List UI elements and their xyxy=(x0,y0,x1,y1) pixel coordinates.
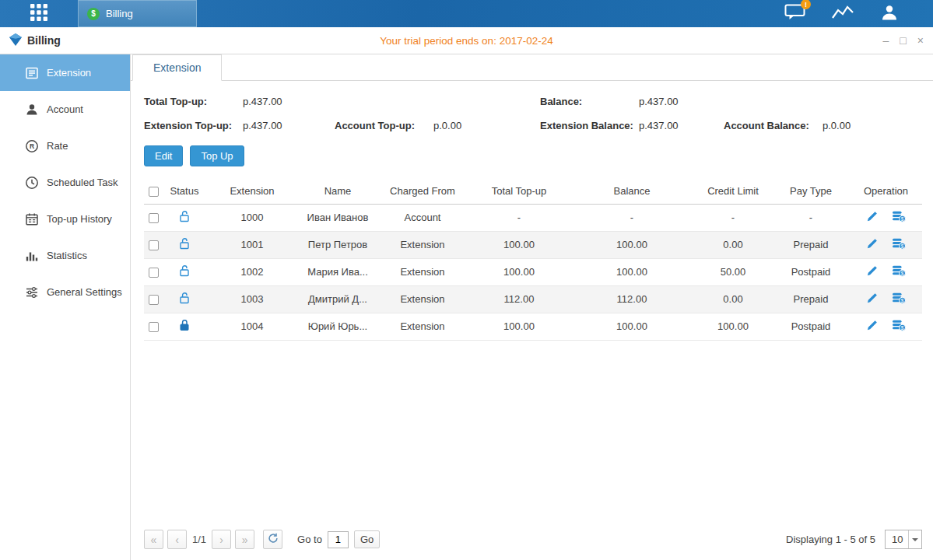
goto-label: Go to xyxy=(297,534,322,545)
row-checkbox[interactable] xyxy=(149,213,159,223)
unlock-icon[interactable] xyxy=(179,292,190,304)
cell-credit-limit: - xyxy=(694,204,772,231)
edit-row-icon[interactable] xyxy=(866,211,878,222)
trial-notice: Your trial period ends on: 2017-02-24 xyxy=(0,35,933,47)
select-all-checkbox[interactable] xyxy=(149,187,159,197)
sidebar-item-extension[interactable]: Extension xyxy=(0,54,130,91)
unlock-icon[interactable] xyxy=(179,264,190,277)
edit-button[interactable]: Edit xyxy=(144,145,183,166)
main-panel: Extension Total Top-up:p.437.00 Balance:… xyxy=(131,54,933,560)
topup-row-icon[interactable]: $ xyxy=(892,292,906,304)
row-checkbox[interactable] xyxy=(149,268,159,278)
unlock-icon[interactable] xyxy=(179,237,190,250)
cell-pay-type: Postpaid xyxy=(772,313,850,340)
line-chart-icon xyxy=(832,5,854,23)
cell-charged-from: Extension xyxy=(377,285,468,313)
action-buttons: Edit Top Up xyxy=(144,145,922,166)
sidebar-item-statistics[interactable]: Statistics xyxy=(0,237,130,274)
row-checkbox[interactable] xyxy=(149,240,159,250)
cell-pay-type: Prepaid xyxy=(772,231,850,258)
sliders-icon xyxy=(25,285,39,299)
edit-row-icon[interactable] xyxy=(866,265,878,277)
account-balance-label: Account Balance: xyxy=(724,120,823,131)
topbar: $ Billing ! xyxy=(0,0,933,27)
refresh-button[interactable] xyxy=(263,530,282,549)
cell-balance: 100.00 xyxy=(570,258,694,285)
tabstrip: Extension xyxy=(131,54,933,81)
unlock-icon[interactable] xyxy=(179,210,190,222)
close-icon[interactable]: × xyxy=(917,35,924,46)
table-row: 1003 Дмитрий Д... Extension 112.00 112.0… xyxy=(144,285,922,313)
maximize-icon[interactable]: □ xyxy=(900,35,906,46)
cell-pay-type: Prepaid xyxy=(772,285,850,313)
sidebar-item-label: Top-up History xyxy=(47,213,112,225)
next-page-button[interactable]: › xyxy=(212,530,231,549)
billing-dollar-icon: $ xyxy=(87,8,100,20)
svg-text:$: $ xyxy=(901,270,904,275)
sidebar-item-general-settings[interactable]: General Settings xyxy=(0,274,130,310)
cell-charged-from: Extension xyxy=(377,258,468,285)
app-launcher-button[interactable] xyxy=(0,0,78,27)
cell-name: Мария Ива... xyxy=(299,258,377,285)
last-page-button[interactable]: » xyxy=(235,530,254,549)
account-balance-value: p.0.00 xyxy=(823,120,851,131)
row-checkbox[interactable] xyxy=(149,322,159,332)
svg-text:R: R xyxy=(30,142,34,150)
notifications-button[interactable]: ! xyxy=(784,4,805,23)
cell-total-topup: 112.00 xyxy=(468,285,570,313)
tab-extension-label: Extension xyxy=(153,61,201,74)
table-header-row: Status Extension Name Charged From Total… xyxy=(144,178,922,204)
account-icon xyxy=(25,103,39,117)
topup-row-icon[interactable]: $ xyxy=(892,238,906,250)
account-topup-label: Account Top-up: xyxy=(335,120,433,131)
calendar-icon xyxy=(25,212,39,226)
prev-page-button[interactable]: ‹ xyxy=(167,530,187,549)
sidebar-item-rate[interactable]: R Rate xyxy=(0,128,130,164)
page-size-select[interactable]: 10 xyxy=(885,530,922,549)
goto-page-input[interactable] xyxy=(328,531,349,548)
cell-charged-from: Extension xyxy=(377,231,468,258)
topup-row-icon[interactable]: $ xyxy=(892,211,906,222)
topup-row-icon[interactable]: $ xyxy=(892,265,906,277)
edit-row-icon[interactable] xyxy=(866,320,878,331)
sidebar-item-label: Account xyxy=(47,103,83,115)
row-checkbox[interactable] xyxy=(149,295,159,305)
minimize-icon[interactable]: – xyxy=(883,35,889,46)
column-balance: Balance xyxy=(570,178,694,204)
billing-app-tab[interactable]: $ Billing xyxy=(78,0,197,27)
user-menu-button[interactable] xyxy=(880,3,899,25)
table-row: 1001 Петр Петров Extension 100.00 100.00… xyxy=(144,231,922,258)
topup-button[interactable]: Top Up xyxy=(190,145,244,166)
sidebar-item-topup-history[interactable]: Top-up History xyxy=(0,201,130,237)
table-row: 1002 Мария Ива... Extension 100.00 100.0… xyxy=(144,258,922,285)
sidebar-item-label: Statistics xyxy=(47,250,87,261)
first-page-button[interactable]: « xyxy=(144,530,163,549)
cell-extension: 1000 xyxy=(205,204,299,231)
lock-icon[interactable] xyxy=(179,319,190,331)
svg-text:$: $ xyxy=(901,215,904,221)
cell-name: Иван Иванов xyxy=(299,204,377,231)
chevron-down-icon xyxy=(908,530,921,548)
sidebar-item-label: Rate xyxy=(47,140,68,152)
edit-row-icon[interactable] xyxy=(866,238,878,250)
sidebar-item-account[interactable]: Account xyxy=(0,91,130,128)
pagination-bar: « ‹ 1/1 › » Go to Go Displaying 1 - 5 of… xyxy=(131,522,933,560)
cell-total-topup: - xyxy=(468,204,570,231)
edit-row-icon[interactable] xyxy=(866,292,878,304)
tab-extension[interactable]: Extension xyxy=(132,54,222,81)
topup-row-icon[interactable]: $ xyxy=(892,320,906,331)
cell-pay-type: - xyxy=(772,204,850,231)
window-title-text: Billing xyxy=(27,34,61,47)
cell-balance: 112.00 xyxy=(570,285,694,313)
billing-diamond-icon xyxy=(9,33,22,48)
sidebar-item-scheduled-task[interactable]: Scheduled Task xyxy=(0,164,130,201)
go-button[interactable]: Go xyxy=(354,530,380,548)
balance-value: p.437.00 xyxy=(639,96,679,107)
cell-name: Петр Петров xyxy=(299,231,377,258)
resource-monitor-button[interactable] xyxy=(832,5,854,23)
page-indicator: 1/1 xyxy=(192,534,206,545)
bar-chart-icon xyxy=(25,249,39,263)
apps-grid-icon xyxy=(29,2,49,26)
column-charged-from: Charged From xyxy=(377,178,468,204)
notification-badge: ! xyxy=(801,0,811,9)
